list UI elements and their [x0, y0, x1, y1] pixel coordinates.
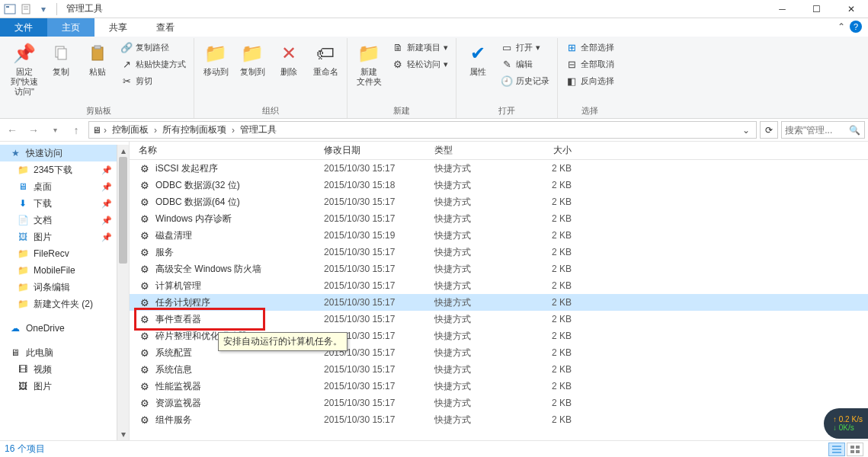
sidebar-item-label: 文档 — [34, 214, 52, 227]
rename-button[interactable]: 🏷重命名 — [309, 40, 342, 78]
breadcrumb-item[interactable]: 所有控制面板项 — [159, 123, 229, 136]
sidebar-item-label: 下载 — [34, 197, 52, 210]
view-icons-button[interactable] — [847, 443, 863, 456]
scroll-down-icon[interactable]: ▾ — [117, 428, 129, 440]
search-input[interactable] — [785, 125, 846, 136]
copy-path-button[interactable]: 🔗复制路径 — [117, 40, 189, 55]
file-row[interactable]: ⚙Windows 内存诊断2015/10/30 15:17快捷方式2 KB — [130, 210, 868, 227]
sidebar-item[interactable]: 📁MobileFile — [0, 262, 117, 279]
file-name: ODBC 数据源(64 位) — [155, 196, 240, 209]
shortcut-file-icon: ⚙ — [139, 179, 151, 191]
sidebar-item[interactable]: 📄文档📌 — [0, 212, 117, 228]
edit-button[interactable]: ✎编辑 — [498, 56, 553, 72]
search-icon[interactable]: 🔍 — [849, 125, 860, 136]
col-header-date[interactable]: 修改日期 — [324, 144, 434, 157]
open-button[interactable]: ▭打开 ▾ — [498, 40, 553, 55]
scroll-track[interactable] — [117, 157, 129, 428]
scroll-thumb[interactable] — [119, 157, 127, 264]
file-type: 快捷方式 — [434, 196, 526, 209]
scrollbar[interactable]: ▴ ▾ — [117, 145, 129, 440]
properties-button[interactable]: ✔属性 — [461, 40, 495, 78]
breadcrumb-root-icon[interactable]: 🖥 — [92, 125, 101, 136]
file-date: 2015/10/30 15:17 — [324, 364, 434, 375]
file-row[interactable]: ⚙资源监视器2015/10/30 15:17快捷方式2 KB — [130, 395, 868, 411]
copy-to-button[interactable]: 📁复制到 — [235, 40, 269, 78]
breadcrumb-item[interactable]: 控制面板 — [109, 123, 152, 136]
new-folder-button[interactable]: 📁新建 文件夹 — [352, 40, 386, 88]
cut-button[interactable]: ✂剪切 — [117, 73, 189, 88]
move-to-button[interactable]: 📁移动到 — [199, 40, 232, 78]
back-button[interactable]: ← — [3, 121, 21, 139]
tab-view[interactable]: 查看 — [142, 18, 189, 37]
nav-quick-access[interactable]: ★快速访问 — [0, 145, 117, 161]
sidebar-item[interactable]: ⬇下载📌 — [0, 195, 117, 212]
nav-this-pc[interactable]: 🖥此电脑 — [0, 344, 117, 361]
qat-properties-icon[interactable] — [20, 2, 34, 16]
file-row[interactable]: ⚙性能监视器2015/10/30 15:17快捷方式2 KB — [130, 378, 868, 395]
file-row[interactable]: ⚙任务计划程序2015/10/30 15:17快捷方式2 KB — [130, 294, 868, 311]
view-details-button[interactable] — [828, 443, 845, 456]
file-type: 快捷方式 — [434, 263, 526, 276]
col-header-name[interactable]: 名称 — [130, 144, 324, 157]
file-row[interactable]: ⚙计算机管理2015/10/30 15:17快捷方式2 KB — [130, 277, 868, 294]
delete-button[interactable]: ✕删除 — [272, 40, 306, 78]
tab-share[interactable]: 共享 — [94, 18, 142, 37]
paste-button[interactable]: 粘贴 — [81, 40, 114, 78]
chevron-right-icon[interactable]: › — [101, 125, 109, 136]
new-item-button[interactable]: 🗎新建项目 ▾ — [389, 40, 451, 55]
tab-home[interactable]: 主页 — [47, 18, 94, 37]
up-button[interactable]: ↑ — [67, 121, 85, 139]
file-row[interactable]: ⚙系统信息2015/10/30 15:17快捷方式2 KB — [130, 361, 868, 378]
recent-locations-button[interactable]: ▾ — [46, 121, 64, 139]
column-headers[interactable]: 名称 修改日期 类型 大小 — [130, 142, 868, 160]
close-button[interactable]: ✕ — [834, 1, 868, 18]
maximize-button[interactable]: ☐ — [799, 1, 834, 18]
select-none-button[interactable]: ⊟全部取消 — [562, 56, 617, 72]
breadcrumb[interactable]: 🖥 › 控制面板 › 所有控制面板项 › 管理工具 ⌄ — [88, 121, 757, 139]
col-header-size[interactable]: 大小 — [526, 144, 579, 157]
refresh-button[interactable]: ⟳ — [760, 121, 778, 139]
nav-videos[interactable]: 🎞视频 — [0, 361, 117, 378]
file-row[interactable]: ⚙服务2015/10/30 15:17快捷方式2 KB — [130, 244, 868, 260]
file-row[interactable]: ⚙高级安全 Windows 防火墙2015/10/30 15:17快捷方式2 K… — [130, 260, 868, 277]
qat-dropdown-icon[interactable]: ▾ — [37, 2, 50, 16]
help-icon[interactable]: ? — [850, 21, 862, 33]
shortcut-file-icon: ⚙ — [139, 397, 151, 409]
select-all-button[interactable]: ⊞全部选择 — [562, 40, 617, 55]
file-row[interactable]: ⚙组件服务2015/10/30 15:17快捷方式2 KB — [130, 411, 868, 428]
file-row[interactable]: ⚙iSCSI 发起程序2015/10/30 15:17快捷方式2 KB — [130, 160, 868, 177]
col-header-type[interactable]: 类型 — [434, 144, 526, 157]
sidebar-item[interactable]: 📁新建文件夹 (2) — [0, 296, 117, 312]
address-dropdown-icon[interactable]: ⌄ — [739, 125, 753, 136]
copy-icon — [49, 41, 73, 66]
paste-shortcut-button[interactable]: ↗粘贴快捷方式 — [117, 56, 189, 72]
tab-file[interactable]: 文件 — [0, 18, 47, 37]
pin-to-quick-access-button[interactable]: 📌 固定到"快速访问" — [8, 40, 41, 99]
nav-onedrive[interactable]: ☁OneDrive — [0, 320, 117, 337]
sidebar-item[interactable]: 📁词条编辑 — [0, 279, 117, 296]
chevron-right-icon[interactable]: › — [152, 125, 159, 136]
network-speed-widget[interactable]: ↑ 0.2 K/s ↓ 0K/s — [824, 408, 868, 439]
chevron-right-icon[interactable]: › — [229, 125, 237, 136]
minimize-button[interactable]: ─ — [765, 1, 799, 18]
collapse-ribbon-icon[interactable]: ⌃ — [838, 21, 845, 32]
nav-pictures[interactable]: 🖼图片 — [0, 378, 117, 395]
history-button[interactable]: 🕘历史记录 — [498, 73, 553, 88]
sidebar-item[interactable]: 🖥桌面📌 — [0, 178, 117, 195]
navigation-pane[interactable]: ★快速访问 📁2345下载📌🖥桌面📌⬇下载📌📄文档📌🖼图片📌📁FileRecv📁… — [0, 142, 130, 440]
file-row[interactable]: ⚙磁盘清理2015/10/30 15:19快捷方式2 KB — [130, 227, 868, 244]
easy-access-button[interactable]: ⚙轻松访问 ▾ — [389, 56, 451, 72]
file-size: 2 KB — [526, 414, 579, 425]
search-box[interactable]: 🔍 — [781, 121, 865, 139]
file-row[interactable]: ⚙事件查看器2015/10/30 15:17快捷方式2 KB — [130, 311, 868, 328]
file-row[interactable]: ⚙ODBC 数据源(32 位)2015/10/30 15:18快捷方式2 KB — [130, 177, 868, 193]
scroll-up-icon[interactable]: ▴ — [117, 145, 129, 157]
sidebar-item[interactable]: 📁2345下载📌 — [0, 161, 117, 178]
file-row[interactable]: ⚙ODBC 数据源(64 位)2015/10/30 15:17快捷方式2 KB — [130, 193, 868, 210]
sidebar-item[interactable]: 📁FileRecv — [0, 245, 117, 262]
invert-selection-button[interactable]: ◧反向选择 — [562, 73, 617, 88]
sidebar-item[interactable]: 🖼图片📌 — [0, 228, 117, 245]
copy-button[interactable]: 复制 — [44, 40, 78, 78]
forward-button[interactable]: → — [24, 121, 43, 139]
breadcrumb-item[interactable]: 管理工具 — [237, 123, 280, 136]
